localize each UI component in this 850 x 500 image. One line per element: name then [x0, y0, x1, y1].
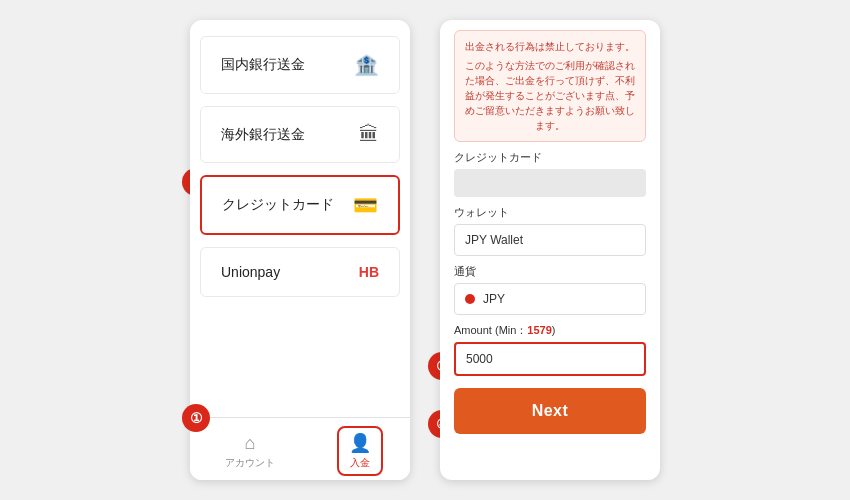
- domestic-icon: 🏦: [354, 53, 379, 77]
- account-icon: ⌂: [245, 433, 256, 454]
- unionpay-icon: HB: [359, 264, 379, 280]
- nav-deposit[interactable]: 👤 入金: [337, 426, 383, 476]
- deposit-icon: 👤: [349, 432, 371, 454]
- bottom-nav: ⌂ アカウント 👤 入金: [190, 417, 410, 480]
- amount-label-text: Amount (Min：: [454, 324, 527, 336]
- nav-account[interactable]: ⌂ アカウント: [217, 431, 283, 472]
- right-phone: 出金される行為は禁止しております。 このような方法でのご利用が確認された場合、ご…: [440, 20, 660, 480]
- warning-box: 出金される行為は禁止しております。 このような方法でのご利用が確認された場合、ご…: [454, 30, 646, 142]
- credit-label: クレジットカード: [222, 196, 334, 214]
- overseas-icon: 🏛: [359, 123, 379, 146]
- unionpay-label: Unionpay: [221, 264, 280, 280]
- next-button[interactable]: Next: [454, 388, 646, 434]
- left-phone: 国内銀行送金 🏦 海外銀行送金 🏛 クレジットカード 💳 Unionpay HB: [190, 20, 410, 480]
- warning-line1: 出金される行為は禁止しております。: [465, 39, 635, 54]
- wallet-input[interactable]: JPY Wallet: [454, 224, 646, 256]
- currency-group: 通貨 JPY: [454, 264, 646, 315]
- deposit-nav-label: 入金: [350, 456, 370, 470]
- menu-item-domestic[interactable]: 国内銀行送金 🏦: [200, 36, 400, 94]
- currency-label: 通貨: [454, 264, 646, 279]
- amount-input[interactable]: [454, 342, 646, 376]
- wallet-label: ウォレット: [454, 205, 646, 220]
- menu-list: 国内銀行送金 🏦 海外銀行送金 🏛 クレジットカード 💳 Unionpay HB: [190, 20, 410, 417]
- right-content: 出金される行為は禁止しております。 このような方法でのご利用が確認された場合、ご…: [440, 20, 660, 480]
- currency-dot: [465, 294, 475, 304]
- menu-item-overseas[interactable]: 海外銀行送金 🏛: [200, 106, 400, 163]
- amount-input-wrapper: [454, 342, 646, 376]
- menu-item-credit[interactable]: クレジットカード 💳: [200, 175, 400, 235]
- amount-group: Amount (Min：1579): [454, 323, 646, 376]
- currency-value: JPY: [483, 292, 505, 306]
- account-nav-label: アカウント: [225, 456, 275, 470]
- domestic-label: 国内銀行送金: [221, 56, 305, 74]
- credit-card-input[interactable]: [454, 169, 646, 197]
- credit-card-group: クレジットカード: [454, 150, 646, 197]
- badge-1: ①: [182, 404, 210, 432]
- warning-line2: このような方法でのご利用が確認された場合、ご出金を行って頂けず、不利益が発生する…: [465, 58, 635, 133]
- menu-item-unionpay[interactable]: Unionpay HB: [200, 247, 400, 297]
- currency-row[interactable]: JPY: [454, 283, 646, 315]
- credit-icon: 💳: [353, 193, 378, 217]
- wallet-group: ウォレット JPY Wallet: [454, 205, 646, 256]
- amount-label-row: Amount (Min：1579): [454, 323, 646, 338]
- overseas-label: 海外銀行送金: [221, 126, 305, 144]
- amount-close-paren: ): [552, 324, 556, 336]
- amount-min-value: 1579: [527, 324, 551, 336]
- credit-card-label: クレジットカード: [454, 150, 646, 165]
